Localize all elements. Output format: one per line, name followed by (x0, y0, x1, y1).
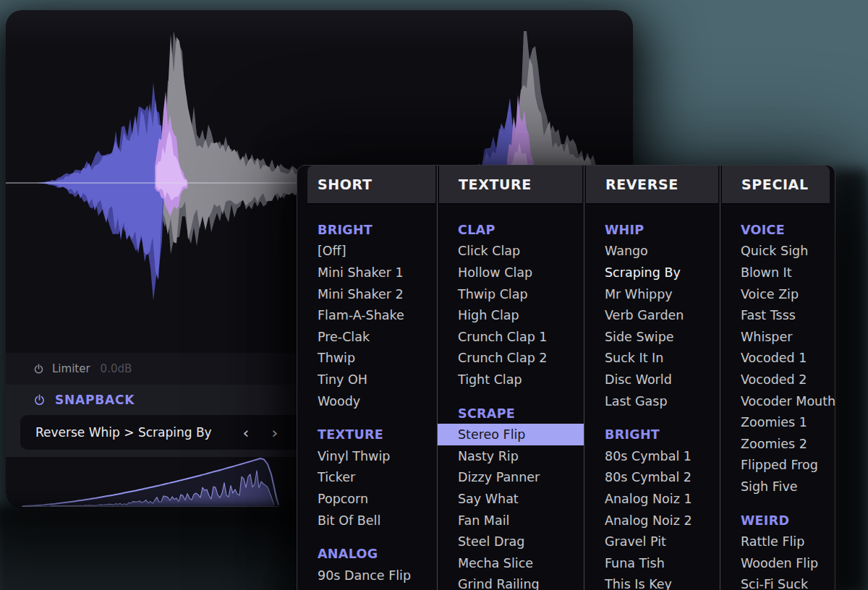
menu-column-reverse: REVERSEWHIPWangoScraping ByMr WhippyVerb… (584, 166, 720, 590)
menu-item[interactable]: Sci-Fi Suck (720, 574, 834, 590)
menu-item[interactable]: Bit Of Bell (297, 510, 437, 531)
menu-item[interactable]: Pre-Clak (297, 326, 437, 348)
menu-item[interactable]: Whisper (720, 326, 834, 348)
menu-item[interactable]: Fan Mail (438, 510, 584, 531)
menu-item[interactable]: Mini Shaker 1 (297, 262, 437, 283)
menu-item[interactable]: Sigh Five (720, 476, 834, 497)
menu-section: VOICEQuick SighBlown ItVoice ZipFast Tss… (720, 219, 834, 497)
menu-section: BRIGHT80s Cymbal 180s Cymbal 2Analog Noi… (584, 424, 720, 590)
preset-selector-value[interactable]: Reverse Whip > Scraping By (35, 425, 212, 440)
menu-item[interactable]: Popcorn (297, 488, 437, 510)
menu-column-header: SPECIAL (722, 166, 830, 205)
menu-item[interactable]: Mr Whippy (584, 283, 720, 305)
category-label: BRIGHT (297, 219, 437, 241)
menu-item[interactable]: Thwip (297, 348, 437, 369)
menu-item[interactable]: [Off] (297, 241, 437, 262)
power-icon[interactable] (33, 364, 44, 375)
menu-item[interactable]: Vinyl Thwip (297, 445, 437, 467)
menu-column-body: VOICEQuick SighBlown ItVoice ZipFast Tss… (720, 205, 834, 590)
power-icon[interactable] (33, 394, 46, 406)
menu-item[interactable]: Click Clap (438, 241, 584, 262)
previous-preset-button[interactable]: ‹ (237, 415, 255, 450)
category-label: BRIGHT (584, 424, 720, 445)
menu-item[interactable]: Mini Shaker 2 (297, 283, 437, 305)
category-label: WHIP (584, 219, 720, 241)
category-label: TEXTURE (297, 424, 437, 445)
menu-item[interactable]: Disc World (584, 369, 720, 390)
menu-section: WHIPWangoScraping ByMr WhippyVerb Garden… (584, 219, 720, 411)
limiter-label: Limiter (52, 362, 90, 375)
menu-item[interactable]: Analog Noiz 1 (584, 488, 720, 510)
preset-menu: SHORTBRIGHT[Off]Mini Shaker 1Mini Shaker… (297, 165, 835, 590)
next-preset-button[interactable]: › (266, 415, 284, 450)
menu-item[interactable]: Last Gasp (584, 390, 720, 412)
menu-column-header: SHORT (307, 166, 435, 205)
category-label: SCRAPE (438, 403, 584, 424)
menu-item[interactable]: Wango (584, 241, 720, 262)
limiter-value[interactable]: 0.0dB (101, 362, 132, 375)
menu-item[interactable]: Funa Tish (584, 552, 720, 574)
menu-item[interactable]: Zoomies 1 (720, 411, 834, 433)
plugin-title: SNAPBACK (55, 393, 135, 407)
menu-item[interactable]: Thwip Clap (438, 283, 584, 305)
envelope-display (6, 453, 318, 509)
menu-item[interactable]: High Clap (438, 304, 584, 326)
menu-column-body: WHIPWangoScraping ByMr WhippyVerb Garden… (584, 205, 720, 590)
menu-item[interactable]: Crunch Clap 1 (438, 326, 584, 348)
menu-column-short: SHORTBRIGHT[Off]Mini Shaker 1Mini Shaker… (297, 166, 438, 590)
drop-shadow (0, 505, 318, 590)
menu-item[interactable]: Mecha Slice (438, 552, 584, 574)
category-label: WEIRD (720, 510, 834, 531)
menu-item-active[interactable]: Scraping By (584, 262, 720, 283)
menu-item[interactable]: Quick Sigh (720, 241, 834, 262)
menu-section: SCRAPEStereo FlipNasty RipDizzy PannerSa… (438, 403, 584, 590)
menu-item[interactable]: 80s Cymbal 1 (584, 445, 720, 467)
menu-section: BRIGHT[Off]Mini Shaker 1Mini Shaker 2Fla… (297, 219, 437, 411)
menu-item[interactable]: Vocoder Mouth (720, 390, 834, 412)
menu-item[interactable]: Zoomies 2 (720, 433, 834, 455)
menu-item[interactable]: Tiny OH (297, 369, 437, 390)
menu-item[interactable]: Say What (438, 488, 584, 510)
envelope-svg (6, 453, 318, 509)
menu-section: WEIRDRattle FlipWooden FlipSci-Fi Suck (720, 510, 834, 590)
menu-item[interactable]: Flam-A-Shake (297, 304, 437, 326)
menu-column-header: TEXTURE (439, 166, 582, 205)
menu-item[interactable]: Blown It (720, 262, 834, 283)
menu-item[interactable]: Ticker (297, 467, 437, 489)
menu-item[interactable]: Hollow Clap (438, 262, 584, 283)
menu-item[interactable]: Analog Noiz 2 (584, 510, 720, 531)
menu-item[interactable]: Rattle Flip (720, 531, 834, 552)
menu-item[interactable]: Verb Garden (584, 304, 720, 326)
menu-section: ANALOG90s Dance Flip (297, 543, 437, 586)
menu-section: TEXTUREVinyl ThwipTickerPopcornBit Of Be… (297, 424, 437, 531)
menu-item-selected[interactable]: Stereo Flip (438, 424, 584, 445)
menu-item[interactable]: 80s Cymbal 2 (584, 467, 720, 489)
menu-item[interactable]: Wooden Flip (720, 552, 834, 574)
waveform-left-svg (6, 10, 318, 353)
menu-item[interactable]: 90s Dance Flip (297, 565, 437, 586)
menu-item[interactable]: Woody (297, 390, 437, 412)
menu-item[interactable]: Suck It In (584, 348, 720, 369)
menu-item[interactable]: Vocoded 1 (720, 348, 834, 369)
menu-item[interactable]: Voice Zip (720, 283, 834, 305)
menu-section: CLAPClick ClapHollow ClapThwip ClapHigh … (438, 219, 584, 390)
snapback-plugin-ui: Limiter 0.0dB SNAPBACK Reverse Whip > Sc… (0, 0, 868, 590)
menu-column-texture: TEXTURECLAPClick ClapHollow ClapThwip Cl… (438, 166, 584, 590)
menu-item[interactable]: Flipped Frog (720, 455, 834, 476)
menu-item[interactable]: Steel Drag (438, 531, 584, 552)
menu-item[interactable]: Fast Tsss (720, 304, 834, 326)
menu-item[interactable]: Dizzy Panner (438, 467, 584, 489)
menu-item[interactable]: Vocoded 2 (720, 369, 834, 390)
menu-item[interactable]: Tight Clap (438, 369, 584, 390)
menu-item[interactable]: Side Swipe (584, 326, 720, 348)
menu-item[interactable]: Crunch Clap 2 (438, 348, 584, 369)
menu-column-header: REVERSE (586, 166, 718, 205)
menu-item[interactable]: Nasty Rip (438, 445, 584, 467)
menu-column-body: BRIGHT[Off]Mini Shaker 1Mini Shaker 2Fla… (297, 205, 437, 586)
menu-item[interactable]: Gravel Pit (584, 531, 720, 552)
menu-column-special: SPECIALVOICEQuick SighBlown ItVoice ZipF… (720, 166, 834, 590)
menu-item[interactable]: This Is Key (584, 574, 720, 590)
menu-column-body: CLAPClick ClapHollow ClapThwip ClapHigh … (438, 205, 584, 590)
category-label: CLAP (438, 219, 584, 241)
menu-item[interactable]: Grind Railing (438, 574, 584, 590)
